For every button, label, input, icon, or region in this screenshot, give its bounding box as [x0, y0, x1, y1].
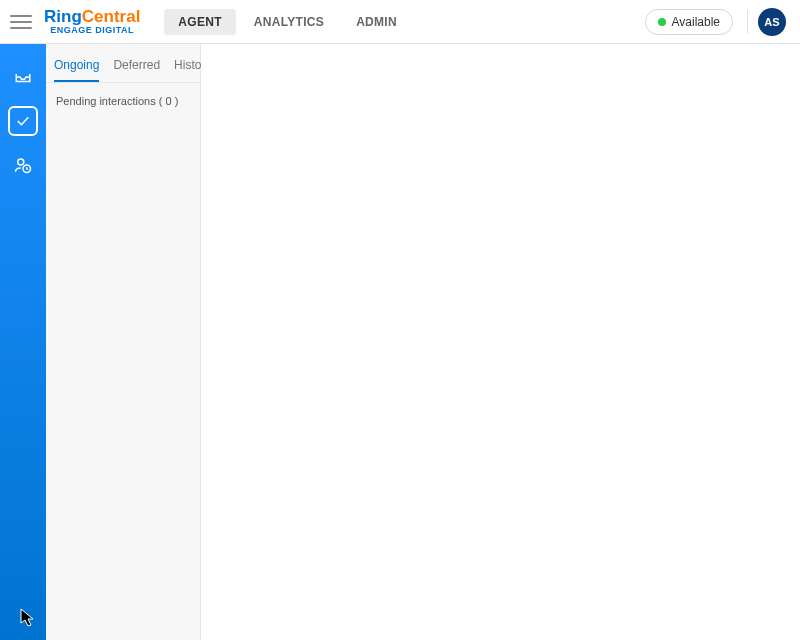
topbar: RingCentral ENGAGE DIGITAL AGENT ANALYTI…: [0, 0, 800, 44]
divider: [747, 10, 748, 34]
inbox-icon: [14, 68, 32, 86]
sidebar-item-tasks[interactable]: [8, 106, 38, 136]
nav-tab-analytics[interactable]: ANALYTICS: [240, 9, 338, 35]
svg-point-0: [18, 159, 24, 165]
main-nav: AGENT ANALYTICS ADMIN: [164, 9, 411, 35]
logo-ring: Ring: [44, 7, 82, 26]
logo-central: Central: [82, 7, 141, 26]
sidebar-item-inbox[interactable]: [8, 62, 38, 92]
body: Ongoing Deferred History Pending interac…: [0, 44, 800, 640]
nav-tab-agent[interactable]: AGENT: [164, 9, 236, 35]
status-dot-icon: [658, 18, 666, 26]
app-root: RingCentral ENGAGE DIGITAL AGENT ANALYTI…: [0, 0, 800, 640]
brand-logo[interactable]: RingCentral ENGAGE DIGITAL: [44, 8, 140, 35]
panel-tab-ongoing[interactable]: Ongoing: [54, 58, 99, 82]
status-label: Available: [672, 15, 720, 29]
sidebar-item-contacts[interactable]: [8, 150, 38, 180]
sidebar: [0, 44, 46, 640]
checkmark-icon: [14, 112, 32, 130]
panel-tabs: Ongoing Deferred History: [46, 44, 200, 82]
main-content: [201, 44, 800, 640]
logo-sub: ENGAGE DIGITAL: [44, 26, 140, 35]
interaction-panel: Ongoing Deferred History Pending interac…: [46, 44, 201, 640]
status-selector[interactable]: Available: [645, 9, 733, 35]
user-clock-icon: [14, 156, 32, 174]
pending-interactions-label: Pending interactions ( 0 ): [46, 83, 200, 119]
avatar[interactable]: AS: [758, 8, 786, 36]
nav-tab-admin[interactable]: ADMIN: [342, 9, 411, 35]
logo-main: RingCentral: [44, 8, 140, 25]
menu-icon[interactable]: [10, 11, 32, 33]
panel-tab-deferred[interactable]: Deferred: [113, 58, 160, 82]
